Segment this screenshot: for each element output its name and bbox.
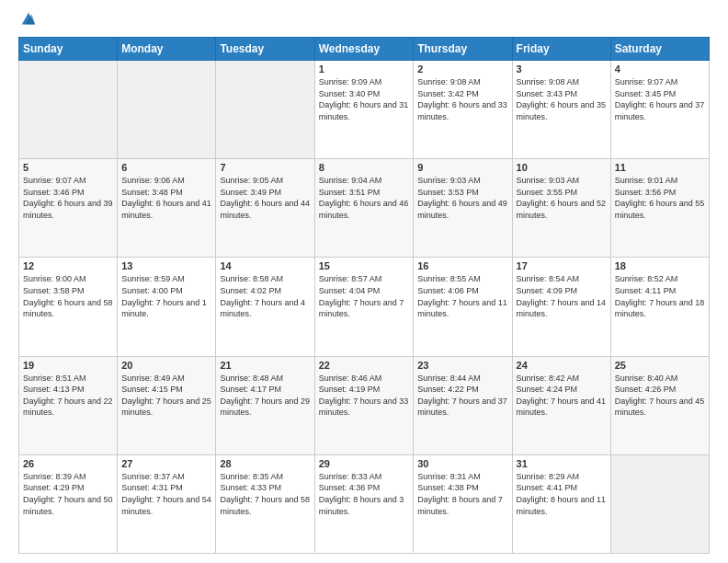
calendar-cell: 19Sunrise: 8:51 AM Sunset: 4:13 PM Dayli… [19,356,118,454]
day-number: 14 [220,260,310,271]
day-number: 19 [23,360,113,371]
day-number: 18 [615,260,705,271]
calendar-week-row: 26Sunrise: 8:39 AM Sunset: 4:29 PM Dayli… [19,454,710,553]
calendar-cell: 26Sunrise: 8:39 AM Sunset: 4:29 PM Dayli… [19,454,118,553]
day-number: 3 [517,63,607,75]
calendar-cell: 29Sunrise: 8:33 AM Sunset: 4:36 PM Dayli… [314,454,414,553]
weekday-header-thursday: Thursday [414,38,512,61]
day-number: 30 [417,458,507,469]
calendar-cell: 20Sunrise: 8:49 AM Sunset: 4:15 PM Dayli… [118,356,216,454]
calendar-cell: 16Sunrise: 8:55 AM Sunset: 4:06 PM Dayli… [414,258,512,356]
calendar-cell: 8Sunrise: 9:04 AM Sunset: 3:51 PM Daylig… [314,159,414,258]
day-info: Sunrise: 8:51 AM Sunset: 4:13 PM Dayligh… [23,373,113,419]
day-number: 4 [615,63,705,75]
day-info: Sunrise: 8:44 AM Sunset: 4:22 PM Dayligh… [417,373,507,419]
day-info: Sunrise: 8:55 AM Sunset: 4:06 PM Dayligh… [417,273,507,319]
day-info: Sunrise: 9:05 AM Sunset: 3:49 PM Dayligh… [220,175,310,221]
calendar-cell: 28Sunrise: 8:35 AM Sunset: 4:33 PM Dayli… [216,454,314,553]
calendar-cell: 13Sunrise: 8:59 AM Sunset: 4:00 PM Dayli… [118,258,216,356]
day-info: Sunrise: 8:54 AM Sunset: 4:09 PM Dayligh… [517,273,607,319]
day-info: Sunrise: 9:00 AM Sunset: 3:58 PM Dayligh… [23,273,113,319]
calendar-week-row: 19Sunrise: 8:51 AM Sunset: 4:13 PM Dayli… [19,356,710,454]
day-number: 2 [417,63,507,75]
weekday-header-saturday: Saturday [610,38,709,61]
day-number: 26 [23,458,113,469]
calendar-cell: 31Sunrise: 8:29 AM Sunset: 4:41 PM Dayli… [512,454,610,553]
day-number: 7 [220,162,310,173]
calendar-cell: 21Sunrise: 8:48 AM Sunset: 4:17 PM Dayli… [216,356,314,454]
logo [18,15,37,28]
calendar-cell: 18Sunrise: 8:52 AM Sunset: 4:11 PM Dayli… [610,258,709,356]
day-number: 16 [417,260,507,271]
calendar-cell: 7Sunrise: 9:05 AM Sunset: 3:49 PM Daylig… [216,159,314,258]
calendar-cell: 12Sunrise: 9:00 AM Sunset: 3:58 PM Dayli… [19,258,118,356]
day-info: Sunrise: 9:08 AM Sunset: 3:43 PM Dayligh… [517,76,607,122]
day-info: Sunrise: 9:07 AM Sunset: 3:46 PM Dayligh… [23,175,113,221]
calendar-cell: 9Sunrise: 9:03 AM Sunset: 3:53 PM Daylig… [414,159,512,258]
weekday-header-friday: Friday [512,38,610,61]
day-number: 25 [615,360,705,371]
calendar-cell [610,454,709,553]
header [18,15,710,28]
day-number: 17 [517,260,607,271]
day-number: 31 [517,458,607,469]
day-number: 27 [121,458,211,469]
calendar-cell [19,61,118,159]
day-number: 20 [121,360,211,371]
day-info: Sunrise: 9:04 AM Sunset: 3:51 PM Dayligh… [319,175,410,221]
day-number: 28 [220,458,310,469]
day-info: Sunrise: 8:35 AM Sunset: 4:33 PM Dayligh… [220,471,310,517]
day-number: 11 [615,162,705,173]
calendar-cell: 10Sunrise: 9:03 AM Sunset: 3:55 PM Dayli… [512,159,610,258]
calendar-cell: 4Sunrise: 9:07 AM Sunset: 3:45 PM Daylig… [610,61,709,159]
day-info: Sunrise: 9:06 AM Sunset: 3:48 PM Dayligh… [121,175,211,221]
day-info: Sunrise: 8:57 AM Sunset: 4:04 PM Dayligh… [319,273,410,319]
day-number: 5 [23,162,113,173]
calendar-cell: 22Sunrise: 8:46 AM Sunset: 4:19 PM Dayli… [314,356,414,454]
day-number: 22 [319,360,410,371]
calendar-cell: 17Sunrise: 8:54 AM Sunset: 4:09 PM Dayli… [512,258,610,356]
day-number: 9 [417,162,507,173]
calendar-cell: 27Sunrise: 8:37 AM Sunset: 4:31 PM Dayli… [118,454,216,553]
day-info: Sunrise: 8:31 AM Sunset: 4:38 PM Dayligh… [417,471,507,517]
day-number: 8 [319,162,410,173]
calendar-cell: 11Sunrise: 9:01 AM Sunset: 3:56 PM Dayli… [610,159,709,258]
day-number: 1 [319,63,410,75]
day-info: Sunrise: 9:03 AM Sunset: 3:55 PM Dayligh… [517,175,607,221]
day-info: Sunrise: 8:37 AM Sunset: 4:31 PM Dayligh… [121,471,211,517]
calendar-cell: 3Sunrise: 9:08 AM Sunset: 3:43 PM Daylig… [512,61,610,159]
day-number: 24 [517,360,607,371]
day-number: 13 [121,260,211,271]
page: SundayMondayTuesdayWednesdayThursdayFrid… [0,0,728,563]
weekday-header-tuesday: Tuesday [216,38,314,61]
calendar-cell [216,61,314,159]
day-info: Sunrise: 8:59 AM Sunset: 4:00 PM Dayligh… [121,273,211,319]
day-info: Sunrise: 8:40 AM Sunset: 4:26 PM Dayligh… [615,373,705,419]
weekday-header-wednesday: Wednesday [314,38,414,61]
day-info: Sunrise: 8:52 AM Sunset: 4:11 PM Dayligh… [615,273,705,319]
day-number: 23 [417,360,507,371]
day-info: Sunrise: 8:39 AM Sunset: 4:29 PM Dayligh… [23,471,113,517]
weekday-header-sunday: Sunday [19,38,118,61]
day-info: Sunrise: 8:58 AM Sunset: 4:02 PM Dayligh… [220,273,310,319]
calendar-cell: 5Sunrise: 9:07 AM Sunset: 3:46 PM Daylig… [19,159,118,258]
calendar-table: SundayMondayTuesdayWednesdayThursdayFrid… [18,37,710,554]
calendar-cell: 6Sunrise: 9:06 AM Sunset: 3:48 PM Daylig… [118,159,216,258]
day-number: 6 [121,162,211,173]
calendar-cell: 23Sunrise: 8:44 AM Sunset: 4:22 PM Dayli… [414,356,512,454]
calendar-week-row: 1Sunrise: 9:09 AM Sunset: 3:40 PM Daylig… [19,61,710,159]
calendar-cell: 1Sunrise: 9:09 AM Sunset: 3:40 PM Daylig… [314,61,414,159]
day-info: Sunrise: 8:49 AM Sunset: 4:15 PM Dayligh… [121,373,211,419]
day-number: 15 [319,260,410,271]
day-info: Sunrise: 9:08 AM Sunset: 3:42 PM Dayligh… [417,76,507,122]
day-info: Sunrise: 8:29 AM Sunset: 4:41 PM Dayligh… [517,471,607,517]
calendar-cell: 24Sunrise: 8:42 AM Sunset: 4:24 PM Dayli… [512,356,610,454]
calendar-cell: 15Sunrise: 8:57 AM Sunset: 4:04 PM Dayli… [314,258,414,356]
calendar-cell: 25Sunrise: 8:40 AM Sunset: 4:26 PM Dayli… [610,356,709,454]
day-number: 21 [220,360,310,371]
calendar-cell: 30Sunrise: 8:31 AM Sunset: 4:38 PM Dayli… [414,454,512,553]
calendar-cell [118,61,216,159]
calendar-cell: 2Sunrise: 9:08 AM Sunset: 3:42 PM Daylig… [414,61,512,159]
weekday-header-row: SundayMondayTuesdayWednesdayThursdayFrid… [19,38,710,61]
day-info: Sunrise: 8:42 AM Sunset: 4:24 PM Dayligh… [517,373,607,419]
